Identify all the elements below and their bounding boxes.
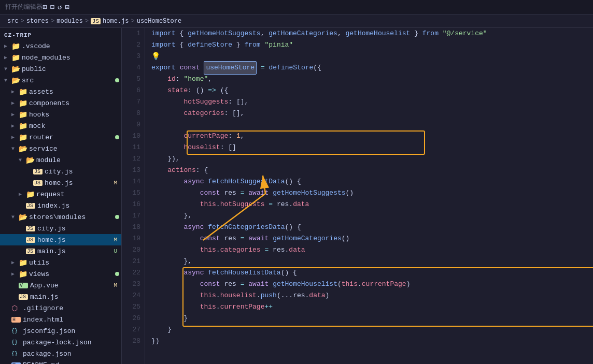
label-assets: assets [29,88,121,96]
sidebar-item-src[interactable]: ▼ 📂 src [0,75,121,86]
label-index-html: index.html [23,316,121,324]
sidebar-item-mock[interactable]: ▶ 📁 mock [0,120,121,132]
js-icon-home-stores: JS [26,237,35,243]
label-mock: mock [29,122,121,130]
breadcrumb: src > stores > modules > JS home.js > us… [0,14,593,28]
code-line-6: state: () => ({ [151,85,593,96]
bc-stores[interactable]: stores [26,18,49,25]
label-main-js-src: main.js [30,293,121,301]
bc-homejs[interactable]: home.js [103,18,129,25]
js-icon-index-service: JS [26,203,35,209]
js-icon-main-src: JS [19,294,28,300]
icon-layout[interactable]: ⊡ [65,3,69,11]
arrow-components: ▶ [11,100,19,106]
arrow-service: ▼ [11,146,19,152]
code-line-21: }, [151,256,593,267]
sidebar-item-city-js-stores[interactable]: JS city.js [0,223,121,234]
sidebar-item-service[interactable]: ▼ 📂 service [0,143,121,154]
folder-icon-hooks: 📁 [19,110,28,119]
folder-icon-src: 📂 [11,76,21,85]
label-readme-md: README.md [23,361,121,365]
sidebar-item-hooks[interactable]: ▶ 📁 hooks [0,109,121,120]
vue-icon-app: V [19,283,28,288]
sidebar-item-readme-md[interactable]: M README.md [0,359,121,364]
git-icon-gitignore: ⬡ [11,304,21,313]
code-line-28: }) [151,336,593,347]
icon-minimize[interactable]: ⊟ [50,3,54,11]
sidebar-item-module[interactable]: ▼ 📂 module [0,154,121,166]
folder-icon-router: 📁 [19,133,28,142]
code-line-20: this.categories = res.data [151,244,593,256]
badge-home-service: M [111,180,119,186]
label-jsconfig-json: jsconfig.json [23,327,121,335]
bc-src[interactable]: src [7,18,19,25]
editor[interactable]: 1234567 891011121314 15161718192021 2223… [122,28,593,364]
label-city-js-service: city.js [45,168,121,176]
arrow-hooks: ▶ [11,111,19,118]
arrow-vscode: ▶ [4,43,11,49]
folder-icon-request: 📁 [26,190,35,199]
code-container: 1234567 891011121314 15161718192021 2223… [122,28,593,364]
code-line-5: id: "home", [151,74,593,85]
arrow-public: ▼ [4,66,11,72]
sidebar-item-app-vue[interactable]: V App.vue M [0,280,121,291]
label-gitignore: .gitignore [23,304,121,312]
title-icons[interactable]: ⊞ ⊟ ↺ ⊡ [43,3,69,11]
line-numbers: 1234567 891011121314 15161718192021 2223… [122,28,145,364]
label-hooks: hooks [29,111,121,119]
code-line-1: import { getHomeHotSuggests, getHomeCate… [151,28,593,39]
label-package-lock-json: package-lock.json [23,339,121,346]
sidebar-item-gitignore[interactable]: ⬡ .gitignore [0,302,121,314]
code-line-27: } [151,324,593,336]
sidebar-item-package-json[interactable]: {} package.json [0,348,121,359]
label-node-modules: node_modules [22,54,121,62]
sidebar-item-node-modules[interactable]: ▶ 📁 node_modules [0,52,121,63]
code-line-14: async fetchHotSuggestData() { [151,176,593,187]
sidebar-header: CZ-TRIP [0,30,121,40]
sidebar[interactable]: CZ-TRIP ▶ 📁 .vscode ▶ 📁 node_modules ▼ 📂… [0,28,122,364]
code-line-15: const res = await getHomeHotSuggests() [151,187,593,199]
sidebar-item-components[interactable]: ▶ 📁 components [0,97,121,109]
code-line-11: houselist: [] [151,142,593,153]
sidebar-item-main-js-src[interactable]: JS main.js [0,291,121,302]
sidebar-item-index-js-service[interactable]: JS index.js [0,200,121,211]
sidebar-item-public[interactable]: ▼ 📂 public [0,63,121,75]
code-line-2: import { defineStore } from "pinia" [151,39,593,51]
arrow-module: ▼ [19,157,26,163]
sidebar-item-main-js-stores[interactable]: JS main.js U [0,245,121,257]
bc-js-icon: JS [91,18,101,24]
label-package-json: package.json [23,350,121,358]
folder-icon-assets: 📁 [19,88,28,96]
code-line-18: async fetchCategoriesData() { [151,222,593,233]
arrow-node-modules: ▶ [4,54,11,61]
code-line-16: this.hotSuggests = res.data [151,199,593,210]
arrow-assets: ▶ [11,89,19,95]
label-src: src [22,77,115,84]
code-line-10: currentPage: 1, [151,130,593,142]
js-icon-main-stores: JS [26,249,35,254]
arrow-utils: ▶ [11,259,19,266]
sidebar-item-home-js-stores[interactable]: JS home.js M [0,234,121,245]
code-line-7: hotSuggests: [], [151,96,593,108]
sidebar-item-stores-modules[interactable]: ▼ 📂 stores\modules [0,211,121,223]
code-line-13: actions: { [151,165,593,176]
sidebar-item-views[interactable]: ▶ 📁 views [0,268,121,280]
sidebar-item-assets[interactable]: ▶ 📁 assets [0,86,121,97]
sidebar-item-vscode[interactable]: ▶ 📁 .vscode [0,40,121,52]
dot-views [115,272,119,276]
icon-refresh[interactable]: ↺ [58,3,62,11]
label-utils: utils [29,259,121,267]
bc-modules[interactable]: modules [57,18,82,25]
code-line-25: this.currentPage++ [151,301,593,313]
sidebar-item-home-js-service[interactable]: JS home.js M [0,177,121,188]
sidebar-item-router[interactable]: ▶ 📁 router [0,132,121,143]
label-service: service [29,145,121,153]
sidebar-item-index-html[interactable]: H index.html [0,314,121,325]
icon-split[interactable]: ⊞ [43,3,47,11]
sidebar-item-city-js-service[interactable]: JS city.js [0,166,121,177]
sidebar-item-request[interactable]: ▶ 📁 request [0,188,121,200]
sidebar-item-jsconfig-json[interactable]: {} jsconfig.json [0,325,121,337]
sidebar-item-package-lock-json[interactable]: {} package-lock.json [0,337,121,348]
sidebar-item-utils[interactable]: ▶ 📁 utils [0,257,121,268]
folder-icon-module: 📂 [26,156,35,165]
